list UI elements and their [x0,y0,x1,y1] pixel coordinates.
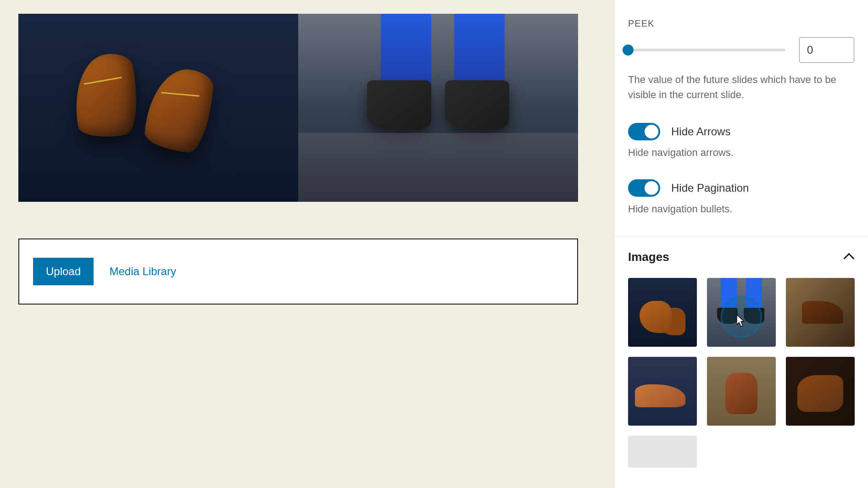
product-image [367,80,431,131]
slide-2 [298,14,578,202]
thumb-content [717,308,738,324]
product-image [298,133,578,202]
peek-input[interactable] [799,37,854,63]
image-thumbnail[interactable] [786,278,855,347]
block-settings-sidebar: PEEK The value of the future slides whic… [614,0,868,488]
image-thumbnail[interactable] [628,357,697,426]
peek-control-row [628,37,854,63]
slider-preview [18,14,578,202]
product-image [67,50,144,143]
peek-label: PEEK [628,18,854,29]
hide-arrows-label: Hide Arrows [671,125,730,138]
thumb-content [721,278,737,310]
images-panel-header[interactable]: Images [628,250,854,264]
hide-arrows-help: Hide navigation arrows. [628,147,854,159]
slide-1 [18,14,298,202]
hide-arrows-toggle[interactable] [628,123,660,140]
media-library-link[interactable]: Media Library [110,265,176,278]
peek-slider[interactable] [628,49,785,51]
hide-arrows-row: Hide Arrows [628,123,854,140]
upload-button[interactable]: Upload [33,258,94,285]
hide-pagination-row: Hide Pagination [628,179,854,197]
thumb-content [746,278,762,310]
hide-pagination-help: Hide navigation bullets. [628,203,854,215]
product-image [143,66,214,154]
hide-pagination-label: Hide Pagination [671,182,749,194]
image-thumbnail-grid [628,278,854,468]
images-panel-title: Images [628,250,669,264]
image-thumbnail[interactable] [707,357,776,426]
peek-help-text: The value of the future slides which hav… [628,72,854,102]
image-thumbnail[interactable] [707,278,776,347]
hide-pagination-toggle[interactable] [628,179,660,197]
divider [614,236,868,236]
peek-slider-thumb[interactable] [623,44,634,55]
chevron-up-icon [843,252,854,263]
product-image [445,80,509,131]
product-image [381,14,431,83]
image-thumbnail[interactable] [786,357,855,426]
editor-canvas: Upload Media Library [0,0,614,488]
add-image-button[interactable] [628,436,697,468]
media-placeholder: Upload Media Library [18,238,578,305]
image-thumbnail[interactable] [628,278,697,347]
thumb-content [744,308,764,324]
product-image [454,14,505,83]
